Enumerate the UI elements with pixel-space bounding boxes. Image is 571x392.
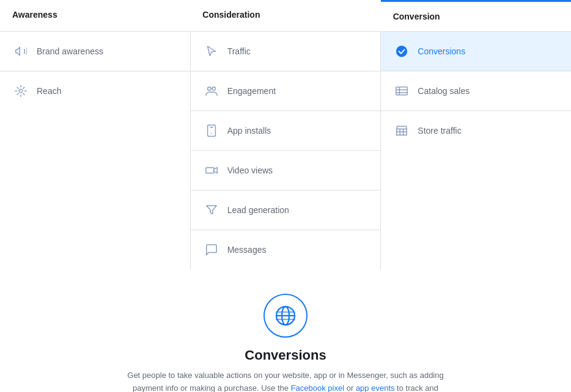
conversion-column: Conversions Catalog sales [381, 32, 571, 269]
cursor-icon [203, 43, 220, 60]
app-installs-item[interactable]: App installs [191, 111, 381, 151]
app-installs-label: App installs [227, 126, 271, 136]
traffic-label: Traffic [227, 46, 251, 56]
description-globe-icon [263, 294, 308, 338]
app-events-link[interactable]: app events [356, 383, 395, 392]
reach-label: Reach [37, 86, 61, 96]
store-traffic-label: Store traffic [418, 126, 461, 136]
messages-label: Messages [227, 245, 267, 255]
svg-point-1 [207, 87, 211, 91]
video-views-item[interactable]: Video views [191, 151, 381, 191]
svg-rect-8 [396, 87, 407, 95]
store-traffic-item[interactable]: Store traffic [381, 111, 571, 150]
catalog-icon [393, 82, 410, 100]
engagement-item[interactable]: Engagement [191, 71, 381, 111]
svg-rect-6 [206, 167, 214, 173]
store-icon [393, 122, 410, 139]
catalog-sales-label: Catalog sales [418, 86, 470, 96]
facebook-pixel-link[interactable]: Facebook pixel [291, 383, 344, 392]
lead-generation-item[interactable]: Lead generation [191, 191, 381, 230]
conversions-item[interactable]: Conversions [381, 32, 571, 71]
check-circle-icon [393, 43, 410, 60]
lead-generation-label: Lead generation [227, 205, 289, 215]
svg-rect-3 [207, 125, 215, 136]
brand-awareness-item[interactable]: Brand awareness [0, 32, 190, 71]
awareness-column: Brand awareness Reach [0, 32, 191, 269]
engagement-label: Engagement [227, 86, 276, 96]
video-views-label: Video views [227, 165, 273, 175]
funnel-icon [203, 201, 220, 219]
app-installs-icon [203, 122, 220, 139]
svg-point-7 [396, 46, 407, 57]
main-container: Awareness Consideration Conversion Brand… [0, 0, 571, 392]
svg-point-0 [19, 89, 23, 93]
consideration-column: Traffic Engagement [191, 32, 381, 269]
video-icon [203, 162, 220, 179]
catalog-sales-item[interactable]: Catalog sales [381, 71, 571, 111]
megaphone-icon [12, 43, 29, 60]
messages-icon [203, 241, 220, 258]
description-title: Conversions [245, 347, 326, 363]
description-section: Conversions Get people to take valuable … [0, 269, 571, 392]
svg-point-5 [211, 133, 212, 134]
conversions-label: Conversions [418, 46, 465, 56]
description-text: Get people to take valuable actions on y… [127, 369, 444, 392]
svg-point-2 [212, 87, 216, 91]
brand-awareness-label: Brand awareness [37, 46, 103, 56]
reach-icon [12, 82, 29, 100]
reach-item[interactable]: Reach [0, 71, 190, 111]
traffic-item[interactable]: Traffic [191, 32, 381, 71]
consideration-header: Consideration [190, 0, 380, 31]
awareness-header: Awareness [0, 0, 190, 31]
engagement-icon [203, 82, 220, 100]
columns-header: Awareness Consideration Conversion [0, 0, 571, 32]
columns-grid: Brand awareness Reach [0, 32, 571, 269]
messages-item[interactable]: Messages [191, 230, 381, 269]
conversion-header: Conversion [381, 0, 571, 31]
